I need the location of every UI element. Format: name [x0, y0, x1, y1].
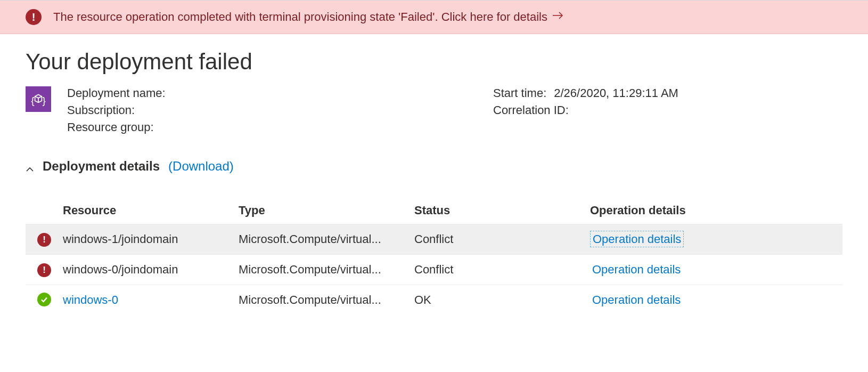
start-time-value: 2/26/2020, 11:29:11 AM: [554, 86, 678, 100]
resource-type: Microsoft.Compute/virtual...: [233, 285, 409, 315]
col-header-type: Type: [233, 197, 409, 224]
error-banner[interactable]: ! The resource operation completed with …: [0, 0, 868, 34]
page-title: Your deployment failed: [26, 49, 842, 75]
table-row[interactable]: !windows-1/joindomainMicrosoft.Compute/v…: [26, 224, 842, 255]
deployment-details-label: Deployment details: [43, 159, 160, 174]
operation-details-link[interactable]: Operation details: [590, 262, 683, 277]
error-icon: !: [37, 233, 51, 247]
subscription-label: Subscription:: [67, 103, 135, 117]
resource-name: windows-0/joindomain: [63, 263, 178, 276]
error-banner-message: The resource operation completed with te…: [53, 10, 547, 24]
success-icon: [37, 293, 51, 306]
col-header-resource: Resource: [58, 197, 233, 224]
start-time-label: Start time:: [493, 86, 546, 100]
correlation-id-label: Correlation ID:: [493, 103, 569, 117]
table-row[interactable]: windows-0Microsoft.Compute/virtual...OKO…: [26, 285, 842, 315]
table-row[interactable]: !windows-0/joindomainMicrosoft.Compute/v…: [26, 255, 842, 285]
svg-text:}: }: [42, 95, 46, 106]
resource-group-label: Resource group:: [67, 120, 154, 134]
deployment-details-table: Resource Type Status Operation details !…: [26, 197, 842, 314]
col-header-operation-details: Operation details: [585, 197, 842, 224]
resource-status: Conflict: [409, 224, 585, 255]
download-link[interactable]: (Download): [168, 159, 234, 174]
template-cube-icon: { }: [26, 86, 51, 112]
resource-name[interactable]: windows-0: [63, 293, 118, 306]
error-banner-text: The resource operation completed with te…: [53, 9, 564, 25]
chevron-up-icon[interactable]: [26, 162, 34, 171]
svg-text:{: {: [31, 95, 35, 106]
resource-type: Microsoft.Compute/virtual...: [233, 224, 409, 255]
arrow-right-icon: [552, 9, 564, 25]
resource-name: windows-1/joindomain: [63, 232, 178, 246]
deployment-name-label: Deployment name:: [67, 86, 166, 100]
resource-type: Microsoft.Compute/virtual...: [233, 255, 409, 285]
operation-details-link[interactable]: Operation details: [590, 231, 684, 247]
operation-details-link[interactable]: Operation details: [590, 292, 683, 308]
resource-status: OK: [409, 285, 585, 315]
resource-status: Conflict: [409, 255, 585, 285]
error-icon: !: [37, 263, 51, 277]
svg-line-5: [38, 96, 42, 98]
col-header-status: Status: [409, 197, 585, 224]
svg-line-4: [35, 96, 38, 98]
error-icon: !: [26, 9, 42, 25]
